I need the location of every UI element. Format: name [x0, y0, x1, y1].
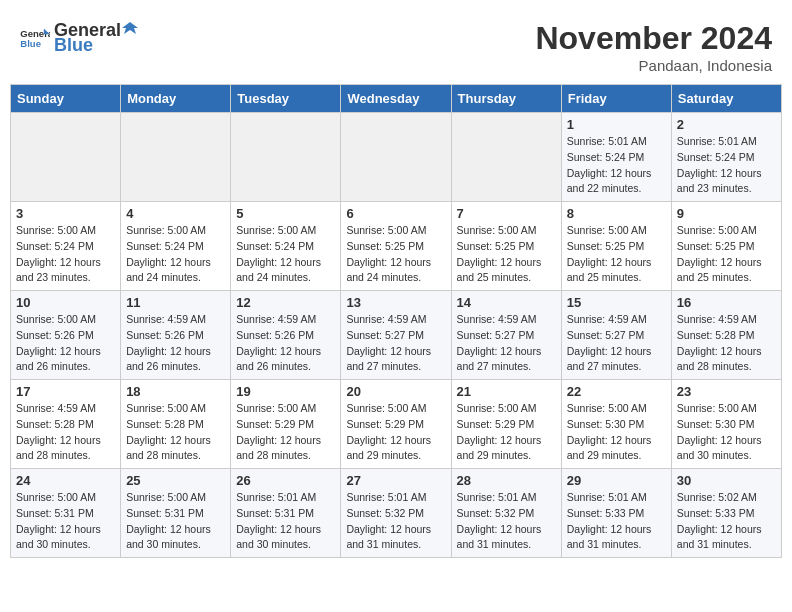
- calendar-cell: [121, 113, 231, 202]
- location-subtitle: Pandaan, Indonesia: [535, 57, 772, 74]
- day-number: 2: [677, 117, 776, 132]
- day-info: Sunrise: 5:00 AMSunset: 5:29 PMDaylight:…: [346, 401, 445, 464]
- day-info: Sunrise: 5:01 AMSunset: 5:32 PMDaylight:…: [457, 490, 556, 553]
- calendar-cell: [341, 113, 451, 202]
- title-block: November 2024 Pandaan, Indonesia: [535, 20, 772, 74]
- day-info: Sunrise: 5:02 AMSunset: 5:33 PMDaylight:…: [677, 490, 776, 553]
- calendar-cell: 3Sunrise: 5:00 AMSunset: 5:24 PMDaylight…: [11, 202, 121, 291]
- calendar-cell: 20Sunrise: 5:00 AMSunset: 5:29 PMDayligh…: [341, 380, 451, 469]
- day-number: 15: [567, 295, 666, 310]
- calendar-cell: 26Sunrise: 5:01 AMSunset: 5:31 PMDayligh…: [231, 469, 341, 558]
- day-info: Sunrise: 4:59 AMSunset: 5:27 PMDaylight:…: [457, 312, 556, 375]
- calendar-cell: 24Sunrise: 5:00 AMSunset: 5:31 PMDayligh…: [11, 469, 121, 558]
- col-header-saturday: Saturday: [671, 85, 781, 113]
- day-number: 22: [567, 384, 666, 399]
- day-number: 18: [126, 384, 225, 399]
- day-info: Sunrise: 5:00 AMSunset: 5:25 PMDaylight:…: [677, 223, 776, 286]
- logo: General Blue General Blue: [20, 20, 139, 56]
- calendar-cell: 18Sunrise: 5:00 AMSunset: 5:28 PMDayligh…: [121, 380, 231, 469]
- calendar-cell: 25Sunrise: 5:00 AMSunset: 5:31 PMDayligh…: [121, 469, 231, 558]
- calendar-cell: 30Sunrise: 5:02 AMSunset: 5:33 PMDayligh…: [671, 469, 781, 558]
- calendar-cell: 19Sunrise: 5:00 AMSunset: 5:29 PMDayligh…: [231, 380, 341, 469]
- day-info: Sunrise: 5:01 AMSunset: 5:24 PMDaylight:…: [677, 134, 776, 197]
- logo-icon: General Blue: [20, 27, 50, 49]
- calendar-cell: 23Sunrise: 5:00 AMSunset: 5:30 PMDayligh…: [671, 380, 781, 469]
- day-number: 12: [236, 295, 335, 310]
- day-number: 8: [567, 206, 666, 221]
- calendar-cell: 8Sunrise: 5:00 AMSunset: 5:25 PMDaylight…: [561, 202, 671, 291]
- day-info: Sunrise: 4:59 AMSunset: 5:26 PMDaylight:…: [126, 312, 225, 375]
- day-number: 27: [346, 473, 445, 488]
- col-header-tuesday: Tuesday: [231, 85, 341, 113]
- col-header-monday: Monday: [121, 85, 231, 113]
- calendar-cell: 14Sunrise: 4:59 AMSunset: 5:27 PMDayligh…: [451, 291, 561, 380]
- day-number: 7: [457, 206, 556, 221]
- day-info: Sunrise: 5:00 AMSunset: 5:25 PMDaylight:…: [346, 223, 445, 286]
- day-number: 20: [346, 384, 445, 399]
- day-info: Sunrise: 5:00 AMSunset: 5:29 PMDaylight:…: [457, 401, 556, 464]
- calendar-cell: 2Sunrise: 5:01 AMSunset: 5:24 PMDaylight…: [671, 113, 781, 202]
- col-header-sunday: Sunday: [11, 85, 121, 113]
- day-number: 10: [16, 295, 115, 310]
- day-info: Sunrise: 5:00 AMSunset: 5:30 PMDaylight:…: [677, 401, 776, 464]
- day-info: Sunrise: 5:00 AMSunset: 5:25 PMDaylight:…: [567, 223, 666, 286]
- day-number: 24: [16, 473, 115, 488]
- day-number: 23: [677, 384, 776, 399]
- day-info: Sunrise: 5:01 AMSunset: 5:24 PMDaylight:…: [567, 134, 666, 197]
- day-number: 19: [236, 384, 335, 399]
- day-number: 16: [677, 295, 776, 310]
- page-header: General Blue General Blue November 2024 …: [10, 10, 782, 79]
- day-info: Sunrise: 5:00 AMSunset: 5:26 PMDaylight:…: [16, 312, 115, 375]
- calendar-cell: 4Sunrise: 5:00 AMSunset: 5:24 PMDaylight…: [121, 202, 231, 291]
- day-number: 26: [236, 473, 335, 488]
- day-info: Sunrise: 5:00 AMSunset: 5:30 PMDaylight:…: [567, 401, 666, 464]
- calendar-cell: 21Sunrise: 5:00 AMSunset: 5:29 PMDayligh…: [451, 380, 561, 469]
- day-info: Sunrise: 4:59 AMSunset: 5:28 PMDaylight:…: [677, 312, 776, 375]
- logo-bird-icon: [122, 20, 138, 36]
- calendar-cell: 12Sunrise: 4:59 AMSunset: 5:26 PMDayligh…: [231, 291, 341, 380]
- day-number: 9: [677, 206, 776, 221]
- week-row-3: 10Sunrise: 5:00 AMSunset: 5:26 PMDayligh…: [11, 291, 782, 380]
- calendar-cell: 13Sunrise: 4:59 AMSunset: 5:27 PMDayligh…: [341, 291, 451, 380]
- calendar-cell: 16Sunrise: 4:59 AMSunset: 5:28 PMDayligh…: [671, 291, 781, 380]
- day-info: Sunrise: 5:00 AMSunset: 5:31 PMDaylight:…: [126, 490, 225, 553]
- day-number: 29: [567, 473, 666, 488]
- day-info: Sunrise: 4:59 AMSunset: 5:28 PMDaylight:…: [16, 401, 115, 464]
- calendar-cell: 29Sunrise: 5:01 AMSunset: 5:33 PMDayligh…: [561, 469, 671, 558]
- calendar-cell: 9Sunrise: 5:00 AMSunset: 5:25 PMDaylight…: [671, 202, 781, 291]
- svg-text:Blue: Blue: [20, 38, 41, 49]
- calendar-cell: 1Sunrise: 5:01 AMSunset: 5:24 PMDaylight…: [561, 113, 671, 202]
- day-number: 11: [126, 295, 225, 310]
- day-info: Sunrise: 4:59 AMSunset: 5:26 PMDaylight:…: [236, 312, 335, 375]
- col-header-wednesday: Wednesday: [341, 85, 451, 113]
- calendar-cell: 11Sunrise: 4:59 AMSunset: 5:26 PMDayligh…: [121, 291, 231, 380]
- day-number: 5: [236, 206, 335, 221]
- week-row-5: 24Sunrise: 5:00 AMSunset: 5:31 PMDayligh…: [11, 469, 782, 558]
- day-info: Sunrise: 5:00 AMSunset: 5:31 PMDaylight:…: [16, 490, 115, 553]
- day-info: Sunrise: 5:00 AMSunset: 5:25 PMDaylight:…: [457, 223, 556, 286]
- day-number: 6: [346, 206, 445, 221]
- calendar-table: SundayMondayTuesdayWednesdayThursdayFrid…: [10, 84, 782, 558]
- month-title: November 2024: [535, 20, 772, 57]
- day-info: Sunrise: 5:01 AMSunset: 5:33 PMDaylight:…: [567, 490, 666, 553]
- day-info: Sunrise: 5:00 AMSunset: 5:24 PMDaylight:…: [236, 223, 335, 286]
- day-number: 30: [677, 473, 776, 488]
- day-info: Sunrise: 5:00 AMSunset: 5:24 PMDaylight:…: [16, 223, 115, 286]
- day-info: Sunrise: 4:59 AMSunset: 5:27 PMDaylight:…: [567, 312, 666, 375]
- day-number: 25: [126, 473, 225, 488]
- day-info: Sunrise: 5:00 AMSunset: 5:28 PMDaylight:…: [126, 401, 225, 464]
- calendar-cell: [451, 113, 561, 202]
- day-number: 17: [16, 384, 115, 399]
- calendar-cell: 15Sunrise: 4:59 AMSunset: 5:27 PMDayligh…: [561, 291, 671, 380]
- calendar-cell: [231, 113, 341, 202]
- day-info: Sunrise: 5:01 AMSunset: 5:32 PMDaylight:…: [346, 490, 445, 553]
- week-row-2: 3Sunrise: 5:00 AMSunset: 5:24 PMDaylight…: [11, 202, 782, 291]
- day-number: 13: [346, 295, 445, 310]
- day-info: Sunrise: 5:01 AMSunset: 5:31 PMDaylight:…: [236, 490, 335, 553]
- calendar-cell: 7Sunrise: 5:00 AMSunset: 5:25 PMDaylight…: [451, 202, 561, 291]
- day-number: 21: [457, 384, 556, 399]
- day-number: 3: [16, 206, 115, 221]
- col-header-thursday: Thursday: [451, 85, 561, 113]
- calendar-cell: 17Sunrise: 4:59 AMSunset: 5:28 PMDayligh…: [11, 380, 121, 469]
- svg-marker-3: [122, 22, 138, 34]
